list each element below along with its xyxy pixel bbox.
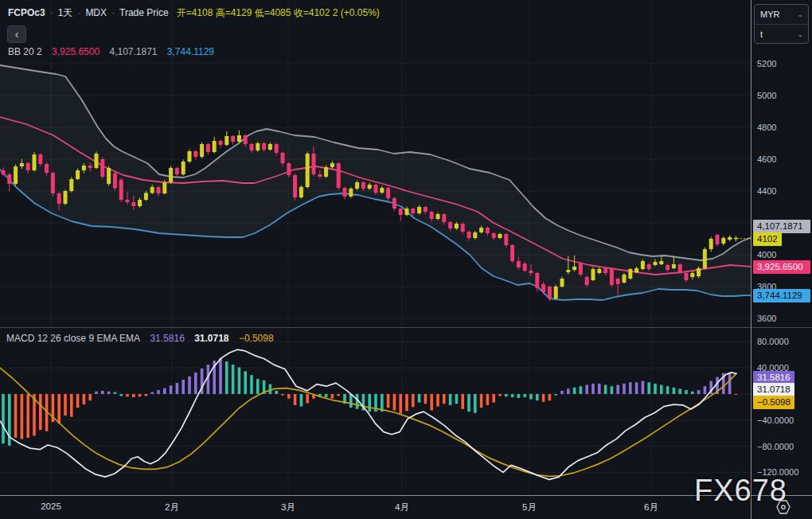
candle-body [442,214,446,222]
candle-body [380,188,384,193]
macd-histogram-bar [536,394,539,400]
back-button[interactable]: ‹ [7,25,26,43]
macd-histogram-bar [616,385,619,394]
separator-dot: · [111,7,115,18]
macd-histogram-bar [119,394,123,396]
macd-chart[interactable] [0,328,751,495]
macd-histogram-bar [275,391,278,394]
candle-body [293,175,297,197]
candle-body [430,212,434,219]
macd-histogram-bar [194,373,197,394]
candle-body [498,234,502,238]
candle-body [150,187,154,193]
candle-body [157,187,161,193]
macd-histogram-bar [604,385,607,394]
macd-line-badge: 31.0718 [753,383,794,396]
macd-histogram-bar [666,386,670,394]
candle-body [399,209,403,215]
chevron-down-icon: ⌄ [797,25,803,44]
candle-body [57,193,61,204]
bb-indicator-label[interactable]: BB 20 2 [8,46,42,57]
candle-body [38,154,42,164]
candle-body [131,202,135,206]
macd-histogram-bar [629,382,632,394]
candle-body [324,167,328,177]
currency-dropdown[interactable]: MYR ⌄ [755,5,808,24]
candle-body [685,273,689,280]
price-axis[interactable]: 5200500048004600440040003800360080.00004… [751,0,812,495]
candle-body [200,144,204,157]
candle-body [175,168,179,174]
macd-histogram-bar [455,394,459,404]
macd-tick-label: −120.0000 [757,466,798,478]
candle-body [119,180,123,200]
candle-body [213,141,217,152]
candle-body [88,166,92,168]
macd-histogram-bar [611,386,614,394]
candle-body [162,182,166,193]
macd-histogram-bar [474,394,477,413]
macd-histogram-bar [21,394,24,439]
macd-histogram-bar [467,394,470,412]
pane-separator[interactable] [0,327,812,328]
time-tick-label: 2025 [41,501,61,511]
candle-body [361,182,365,189]
candle-body [306,154,310,187]
macd-histogram-bar [498,394,502,396]
macd-histogram-bar [529,394,533,400]
time-tick-label: 4月 [395,501,409,513]
macd-histogram-bar [88,394,92,400]
price-tick-label: 3600 [757,313,776,324]
macd-line-value: 31.0718 [194,333,228,344]
symbol-name[interactable]: FCPOc3 [8,7,45,18]
macd-histogram-bar [585,385,588,394]
candle-body [20,163,24,166]
candle-body [231,136,235,142]
candle-body [95,154,99,168]
candle-body [455,224,459,228]
candle-body [275,144,279,153]
candle-body [703,249,707,268]
candle-body [641,261,645,269]
unit-value: t [760,29,763,39]
macd-indicator-label[interactable]: MACD 12 26 close 9 EMA EMA [6,333,140,344]
candle-body [709,239,713,249]
price-tick-label: 4600 [757,154,776,165]
candle-body [405,209,409,215]
price-tick-label: 4400 [757,185,776,197]
ohlc-values: 开=4108 高=4129 低=4085 收=4102 2 (+0.05%) [177,7,380,18]
time-axis[interactable]: 20252月3月4月5月6月 [0,495,812,519]
candle-body [26,163,30,170]
macd-histogram-bar [176,383,179,394]
bb-band-fill [0,65,751,300]
candle-body [76,170,80,179]
candle-body [666,265,670,270]
candle-body [64,191,68,204]
series-type-label: Trade Price [119,7,169,18]
time-tick-label: 3月 [281,501,295,513]
macd-histogram-bar [163,388,166,394]
price-tick-label: 5000 [757,90,776,101]
gear-icon[interactable] [775,499,792,515]
candle-body [188,151,192,162]
macd-histogram-bar [349,394,353,408]
candle-body [554,287,558,299]
macd-histogram-bar [281,394,284,396]
macd-histogram-bar [64,394,67,416]
candle-body [492,233,496,238]
macd-histogram-bar [287,394,291,399]
macd-histogram-bar [598,384,601,394]
candle-body [479,228,483,232]
candle-body [690,273,694,277]
macd-histogram-bar [337,394,340,396]
axis-border [751,496,751,519]
candle-body [560,279,564,287]
macd-histogram-bar [188,377,191,394]
macd-histogram-bar [647,382,650,394]
time-tick-label: 6月 [644,501,658,513]
interval-label[interactable]: 1天 [58,7,73,18]
macd-histogram-bar [523,394,526,397]
candle-body [473,232,477,238]
candle-body [461,224,465,232]
unit-dropdown[interactable]: t ⌄ [755,24,808,43]
